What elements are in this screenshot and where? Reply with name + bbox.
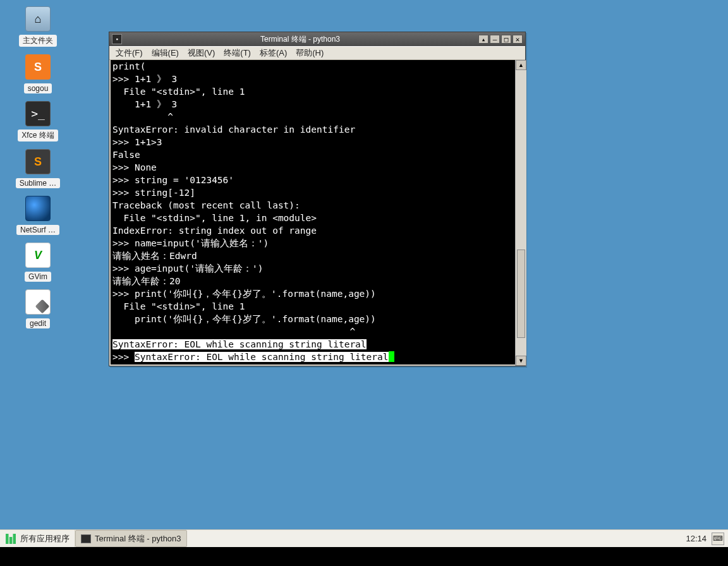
window-title: Terminal 终端 - python3 (126, 34, 475, 45)
menu-view[interactable]: 视图(V) (188, 47, 215, 59)
minimize-button[interactable]: – (490, 35, 500, 44)
desktop-icon-sogou[interactable]: S sogou (13, 54, 63, 93)
home-folder-icon: ⌂ (25, 6, 51, 32)
gvim-icon: V (25, 243, 51, 268)
desktop-icon-label: NetSurf … (16, 225, 59, 235)
desktop-icon-label: sogou (24, 83, 52, 93)
menu-edit[interactable]: 编辑(E) (152, 47, 179, 59)
desktop-icons: ⌂ 主文件夹 S sogou >_ Xfce 终端 S Sublime … Ne… (13, 6, 63, 336)
all-apps-button[interactable]: 所有应用程序 (0, 530, 75, 547)
taskbar-task-terminal[interactable]: Terminal 终端 - python3 (75, 530, 187, 547)
terminal-icon (81, 534, 91, 543)
titlebar[interactable]: ▪ Terminal 终端 - python3 ▴ – □ ✕ (109, 32, 525, 46)
maximize-button[interactable]: □ (501, 35, 511, 44)
menu-help[interactable]: 帮助(H) (296, 47, 324, 59)
close-button[interactable]: ✕ (513, 35, 523, 44)
desktop-icon-label: GVim (25, 272, 51, 282)
terminal-icon: >_ (25, 101, 51, 126)
sogou-icon: S (25, 54, 51, 80)
manjaro-logo-icon (5, 533, 16, 545)
desktop-icon-home[interactable]: ⌂ 主文件夹 (13, 6, 63, 47)
desktop-icon-label: Sublime … (16, 178, 61, 188)
scroll-thumb[interactable] (517, 250, 525, 338)
desktop-icon-gvim[interactable]: V GVim (13, 243, 63, 282)
desktop-icon-label: Xfce 终端 (18, 129, 58, 142)
terminal-output[interactable]: print(>>> 1+1 》 3 File "<stdin>", line 1… (109, 60, 525, 366)
terminal-viewport: print(>>> 1+1 》 3 File "<stdin>", line 1… (109, 60, 525, 366)
svg-rect-1 (9, 537, 12, 544)
scroll-down-button[interactable]: ▼ (516, 356, 526, 366)
svg-rect-0 (6, 534, 9, 544)
taskbar: 所有应用程序 Terminal 终端 - python3 12:14 ⌨ (0, 529, 728, 547)
netsurf-icon (25, 196, 51, 221)
gedit-icon (25, 289, 51, 315)
svg-rect-2 (13, 534, 16, 544)
menu-file[interactable]: 文件(F) (116, 47, 143, 59)
shade-button[interactable]: ▴ (478, 35, 488, 44)
desktop-icon-gedit[interactable]: gedit (13, 289, 63, 328)
sublime-icon: S (25, 149, 51, 174)
scroll-up-button[interactable]: ▲ (516, 60, 526, 70)
bottom-border (0, 547, 728, 566)
window-menu-icon[interactable]: ▪ (112, 34, 122, 44)
taskbar-task-label: Terminal 终端 - python3 (95, 533, 181, 545)
desktop-icon-label: gedit (26, 318, 50, 328)
menu-tabs[interactable]: 标签(A) (260, 47, 287, 59)
desktop-icon-netsurf[interactable]: NetSurf … (13, 196, 63, 235)
keyboard-indicator-icon[interactable]: ⌨ (712, 533, 724, 545)
terminal-window[interactable]: ▪ Terminal 终端 - python3 ▴ – □ ✕ 文件(F) 编辑… (109, 32, 526, 366)
scrollbar[interactable]: ▲ ▼ (515, 60, 526, 366)
window-controls: ▴ – □ ✕ (478, 35, 523, 44)
desktop-icon-label: 主文件夹 (19, 35, 57, 47)
desktop-icon-sublime[interactable]: S Sublime … (13, 149, 63, 188)
clock[interactable]: 12:14 (682, 534, 710, 543)
desktop-icon-xfce-terminal[interactable]: >_ Xfce 终端 (13, 101, 63, 142)
all-apps-label: 所有应用程序 (20, 533, 70, 545)
menu-terminal[interactable]: 终端(T) (224, 47, 251, 59)
menubar: 文件(F) 编辑(E) 视图(V) 终端(T) 标签(A) 帮助(H) (109, 46, 525, 60)
